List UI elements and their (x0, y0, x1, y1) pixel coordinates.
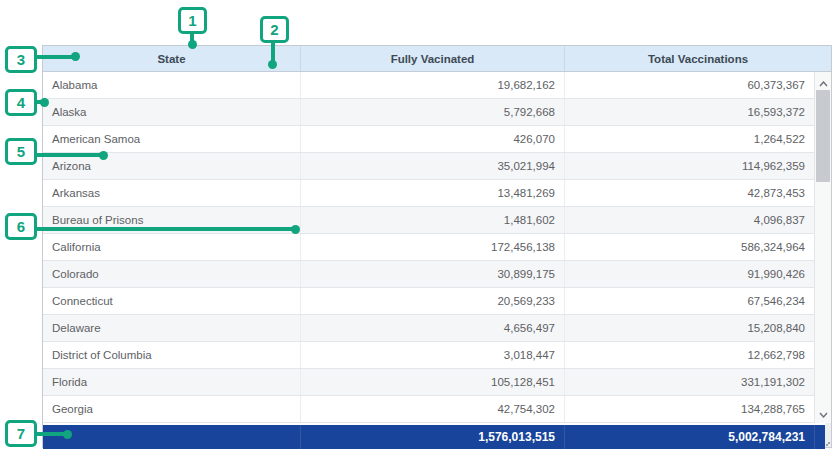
cell-fully-vaccinated: 172,456,138 (300, 234, 564, 260)
cell-fully-vaccinated: 5,792,668 (300, 99, 564, 125)
table-row[interactable]: Alabama19,682,16260,373,367 (43, 72, 814, 99)
callout-line-5 (35, 153, 103, 157)
cell-total-vaccinations: 4,096,837 (564, 207, 814, 233)
vaccinations-table: State Fully Vacinated Total Vaccinations… (42, 45, 832, 448)
callout-badge-2: 2 (260, 16, 289, 43)
vertical-scrollbar[interactable] (814, 72, 831, 423)
callout-badge-3: 3 (5, 46, 37, 73)
callout-line-7 (35, 432, 66, 436)
table-row[interactable]: California172,456,138586,324,964 (43, 234, 814, 261)
callout-badge-4: 4 (5, 89, 37, 116)
column-header-state[interactable]: State (43, 46, 300, 71)
cell-state: Arkansas (43, 180, 300, 206)
cell-total-vaccinations: 42,873,453 (564, 180, 814, 206)
table-row[interactable]: Arizona35,021,994114,962,359 (43, 153, 814, 180)
table-row[interactable]: Georgia42,754,302134,288,765 (43, 396, 814, 423)
callout-dot-3 (71, 52, 80, 61)
scrollbar-thumb[interactable] (816, 90, 830, 182)
column-header-fully-vaccinated[interactable]: Fully Vacinated (300, 46, 564, 71)
totals-cell-fully-vaccinated: 1,576,013,515 (300, 425, 564, 449)
callout-dot-5 (99, 151, 108, 160)
table-header: State Fully Vacinated Total Vaccinations (43, 46, 831, 72)
callout-badge-7: 7 (5, 420, 37, 447)
cell-fully-vaccinated: 13,481,269 (300, 180, 564, 206)
cell-total-vaccinations: 16,593,372 (564, 99, 814, 125)
cell-total-vaccinations: 60,373,367 (564, 72, 814, 98)
cell-fully-vaccinated: 426,070 (300, 126, 564, 152)
callout-dot-2 (268, 60, 277, 69)
cell-state: District of Columbia (43, 342, 300, 368)
cell-fully-vaccinated: 30,899,175 (300, 261, 564, 287)
table-body-rows: Alabama19,682,16260,373,367Alaska5,792,6… (43, 72, 814, 423)
callout-dot-7 (63, 430, 72, 439)
cell-total-vaccinations: 1,264,522 (564, 126, 814, 152)
resize-grip-icon (828, 442, 830, 444)
chevron-down-icon (819, 404, 828, 422)
cell-state: Georgia (43, 396, 300, 422)
cell-fully-vaccinated: 35,021,994 (300, 153, 564, 179)
cell-fully-vaccinated: 105,128,451 (300, 369, 564, 395)
cell-fully-vaccinated: 1,481,602 (300, 207, 564, 233)
cell-state: California (43, 234, 300, 260)
totals-row: 1,576,013,515 5,002,784,231 (43, 425, 825, 449)
cell-state: Delaware (43, 315, 300, 341)
cell-total-vaccinations: 114,962,359 (564, 153, 814, 179)
table-row[interactable]: American Samoa426,0701,264,522 (43, 126, 814, 153)
scroll-up-button[interactable] (815, 74, 831, 90)
cell-state: Connecticut (43, 288, 300, 314)
cell-total-vaccinations: 586,324,964 (564, 234, 814, 260)
callout-dot-4 (40, 98, 49, 107)
cell-state: Florida (43, 369, 300, 395)
callout-dot-1 (188, 40, 197, 49)
callout-line-3 (35, 55, 75, 59)
cell-fully-vaccinated: 19,682,162 (300, 72, 564, 98)
callout-badge-5: 5 (5, 138, 37, 165)
table-body: Alabama19,682,16260,373,367Alaska5,792,6… (43, 72, 831, 423)
cell-total-vaccinations: 331,191,302 (564, 369, 814, 395)
cell-total-vaccinations: 67,546,234 (564, 288, 814, 314)
callout-dot-6 (291, 225, 300, 234)
callout-line-6 (35, 227, 293, 231)
column-header-total-vaccinations[interactable]: Total Vaccinations (564, 46, 831, 71)
cell-fully-vaccinated: 3,018,447 (300, 342, 564, 368)
table-row[interactable]: District of Columbia3,018,44712,662,798 (43, 342, 814, 369)
totals-filler (814, 425, 825, 449)
totals-cell-total-vaccinations: 5,002,784,231 (564, 425, 814, 449)
cell-fully-vaccinated: 4,656,497 (300, 315, 564, 341)
cell-state: American Samoa (43, 126, 300, 152)
cell-state: Alaska (43, 99, 300, 125)
table-row[interactable]: Alaska5,792,66816,593,372 (43, 99, 814, 126)
cell-state: Alabama (43, 72, 300, 98)
scroll-corner (825, 423, 831, 447)
chevron-up-icon (819, 73, 828, 91)
cell-total-vaccinations: 91,990,426 (564, 261, 814, 287)
dashboard-canvas: State Fully Vacinated Total Vaccinations… (0, 0, 833, 453)
table-row[interactable]: Florida105,128,451331,191,302 (43, 369, 814, 396)
cell-fully-vaccinated: 42,754,302 (300, 396, 564, 422)
table-row[interactable]: Colorado30,899,17591,990,426 (43, 261, 814, 288)
cell-state: Colorado (43, 261, 300, 287)
cell-total-vaccinations: 15,208,840 (564, 315, 814, 341)
scroll-down-button[interactable] (815, 405, 831, 421)
cell-fully-vaccinated: 20,569,233 (300, 288, 564, 314)
cell-total-vaccinations: 12,662,798 (564, 342, 814, 368)
callout-badge-6: 6 (5, 213, 37, 240)
cell-total-vaccinations: 134,288,765 (564, 396, 814, 422)
table-row[interactable]: Arkansas13,481,26942,873,453 (43, 180, 814, 207)
totals-cell-state (43, 425, 300, 449)
callout-badge-1: 1 (178, 7, 207, 34)
table-row[interactable]: Connecticut20,569,23367,546,234 (43, 288, 814, 315)
table-row[interactable]: Delaware4,656,49715,208,840 (43, 315, 814, 342)
